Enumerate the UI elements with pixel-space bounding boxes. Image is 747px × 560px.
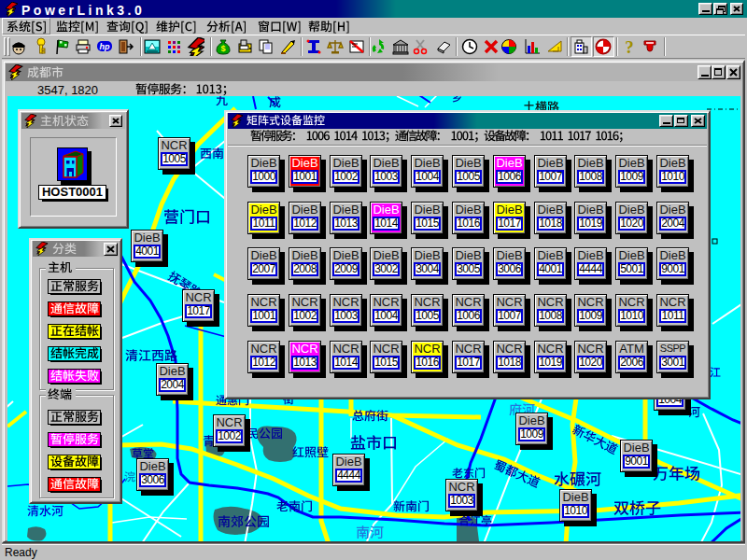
svg-text:?: ? <box>625 37 634 56</box>
svg-text:$: $ <box>220 44 225 53</box>
svg-text:hp: hp <box>100 42 110 51</box>
